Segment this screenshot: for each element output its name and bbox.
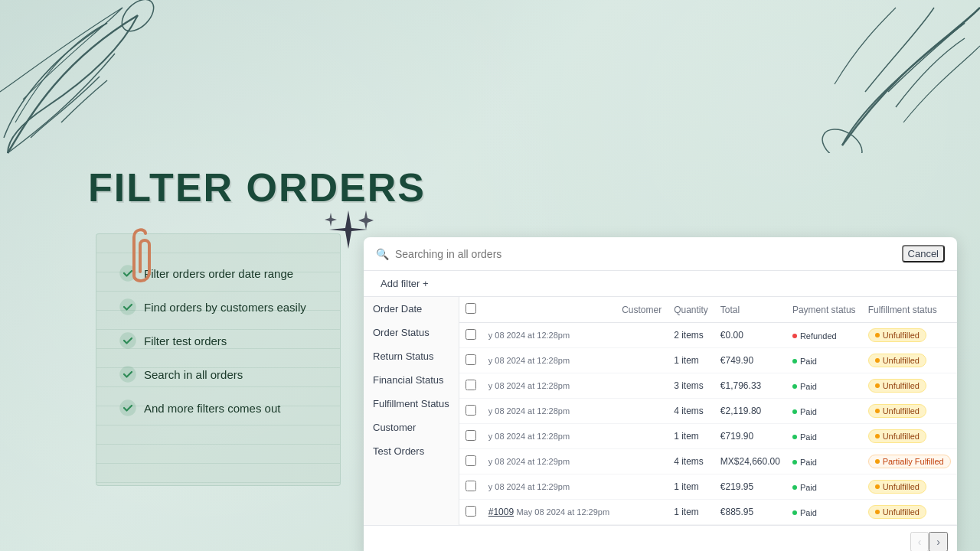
add-filter-button[interactable]: Add filter + bbox=[376, 276, 433, 292]
fulfillment-cell: Unfulfilled bbox=[862, 373, 957, 399]
checklist-item-text: Filter orders order date range bbox=[144, 267, 293, 280]
filter-option[interactable]: Test Orders bbox=[364, 439, 459, 463]
row-checkbox[interactable] bbox=[466, 380, 476, 390]
check-icon bbox=[119, 332, 136, 349]
total-cell: €1,796.33 bbox=[714, 373, 786, 399]
checklist-item: Search in all orders bbox=[119, 366, 325, 383]
customer-cell bbox=[616, 348, 668, 373]
fulfillment-cell: Unfulfilled bbox=[862, 474, 957, 500]
payment-dot bbox=[792, 409, 797, 414]
payment-dot bbox=[792, 510, 797, 515]
order-date-cell: y 08 2024 at 12:28pm bbox=[482, 399, 616, 424]
filter-option[interactable]: Order Date bbox=[364, 297, 459, 321]
search-input[interactable] bbox=[395, 248, 896, 260]
quantity-cell: 4 items bbox=[668, 399, 714, 424]
svg-point-4 bbox=[120, 333, 136, 348]
col-date bbox=[482, 297, 616, 323]
row-checkbox[interactable] bbox=[466, 329, 476, 340]
leaf-top-left-icon bbox=[0, 0, 168, 168]
checklist-item-text: And more filters comes out bbox=[144, 402, 280, 415]
select-all-checkbox[interactable] bbox=[466, 303, 476, 314]
payment-cell: Paid bbox=[786, 399, 862, 424]
sparkle-icon bbox=[322, 207, 375, 257]
payment-cell: Paid bbox=[786, 474, 862, 500]
table-body: y 08 2024 at 12:28pm 2 items €0.00 Refun… bbox=[459, 323, 957, 525]
orders-table: Customer Quantity Total Payment status F… bbox=[459, 297, 957, 525]
payment-dot bbox=[792, 435, 797, 439]
row-checkbox[interactable] bbox=[466, 455, 476, 466]
table-row: y 08 2024 at 12:29pm 4 items MX$24,660.0… bbox=[459, 449, 957, 474]
fulfillment-cell: Unfulfilled bbox=[862, 323, 957, 348]
payment-cell: Refunded bbox=[786, 323, 862, 348]
customer-cell bbox=[616, 474, 668, 500]
svg-point-1 bbox=[817, 122, 867, 153]
fulfillment-cell: Partially Fulfilled bbox=[862, 449, 957, 474]
order-date-cell: #1009 May 08 2024 at 12:29pm bbox=[482, 500, 616, 525]
check-icon bbox=[119, 298, 136, 315]
payment-dot bbox=[792, 384, 797, 389]
svg-point-6 bbox=[120, 400, 136, 416]
table-row: y 08 2024 at 12:29pm 1 item €219.95 Paid… bbox=[459, 474, 957, 500]
table-row: y 08 2024 at 12:28pm 2 items €0.00 Refun… bbox=[459, 323, 957, 348]
checklist-item-text: Search in all orders bbox=[144, 368, 243, 381]
fulfillment-badge: Unfulfilled bbox=[868, 429, 926, 443]
filter-option[interactable]: Financial Status bbox=[364, 368, 459, 392]
quantity-cell: 1 item bbox=[668, 348, 714, 373]
fulfillment-dot bbox=[875, 383, 880, 388]
quantity-cell: 1 item bbox=[668, 500, 714, 525]
table-container: Order DateOrder StatusReturn StatusFinan… bbox=[364, 297, 957, 525]
row-checkbox[interactable] bbox=[466, 506, 476, 517]
total-cell: €219.95 bbox=[714, 474, 786, 500]
order-date-cell: y 08 2024 at 12:28pm bbox=[482, 348, 616, 373]
page-title: FILTER ORDERS bbox=[88, 165, 426, 210]
row-checkbox[interactable] bbox=[466, 430, 476, 441]
fulfillment-cell: Unfulfilled bbox=[862, 348, 957, 373]
table-row: y 08 2024 at 12:28pm 1 item €719.90 Paid… bbox=[459, 424, 957, 449]
row-checkbox[interactable] bbox=[466, 481, 476, 491]
payment-label: Paid bbox=[800, 483, 817, 492]
filter-option[interactable]: Customer bbox=[364, 416, 459, 439]
search-bar: 🔍 Cancel bbox=[364, 237, 957, 271]
fulfillment-badge: Partially Fulfilled bbox=[868, 455, 951, 468]
col-payment: Payment status bbox=[786, 297, 862, 323]
order-date-cell: y 08 2024 at 12:28pm bbox=[482, 424, 616, 449]
checklist-item: Find orders by customers easily bbox=[119, 298, 325, 315]
table-footer: ‹ › bbox=[364, 525, 957, 551]
total-cell: €749.90 bbox=[714, 348, 786, 373]
next-page-button[interactable]: › bbox=[929, 532, 948, 551]
row-checkbox[interactable] bbox=[466, 405, 476, 416]
paperclip-icon bbox=[119, 222, 161, 298]
svg-point-0 bbox=[116, 0, 160, 37]
fulfillment-badge: Unfulfilled bbox=[868, 354, 926, 367]
quantity-cell: 1 item bbox=[668, 474, 714, 500]
fulfillment-badge: Unfulfilled bbox=[868, 505, 926, 519]
payment-label: Paid bbox=[800, 382, 817, 391]
table-header: Customer Quantity Total Payment status F… bbox=[459, 297, 957, 323]
table-scroll-area[interactable]: Customer Quantity Total Payment status F… bbox=[459, 297, 957, 525]
order-date-cell: y 08 2024 at 12:28pm bbox=[482, 373, 616, 399]
fulfillment-dot bbox=[875, 409, 880, 413]
col-quantity: Quantity bbox=[668, 297, 714, 323]
fulfillment-dot bbox=[875, 484, 880, 489]
order-date-cell: y 08 2024 at 12:28pm bbox=[482, 323, 616, 348]
filter-option[interactable]: Order Status bbox=[364, 321, 459, 344]
order-link[interactable]: #1009 bbox=[488, 507, 514, 517]
prev-page-button[interactable]: ‹ bbox=[910, 532, 929, 551]
payment-label: Paid bbox=[800, 432, 817, 442]
filter-sidebar: Order DateOrder StatusReturn StatusFinan… bbox=[364, 297, 459, 525]
row-checkbox[interactable] bbox=[466, 354, 476, 365]
fulfillment-badge: Unfulfilled bbox=[868, 328, 926, 342]
filter-option[interactable]: Return Status bbox=[364, 344, 459, 368]
cancel-button[interactable]: Cancel bbox=[902, 245, 945, 262]
quantity-cell: 3 items bbox=[668, 373, 714, 399]
payment-dot bbox=[792, 359, 797, 364]
total-cell: MX$24,660.00 bbox=[714, 449, 786, 474]
payment-label: Paid bbox=[800, 458, 817, 467]
customer-cell bbox=[616, 500, 668, 525]
payment-label: Paid bbox=[800, 357, 817, 366]
filter-option[interactable]: Fulfillment Status bbox=[364, 392, 459, 416]
payment-dot bbox=[792, 334, 797, 338]
checklist-item: And more filters comes out bbox=[119, 399, 325, 416]
fulfillment-badge: Unfulfilled bbox=[868, 404, 926, 418]
payment-cell: Paid bbox=[786, 348, 862, 373]
